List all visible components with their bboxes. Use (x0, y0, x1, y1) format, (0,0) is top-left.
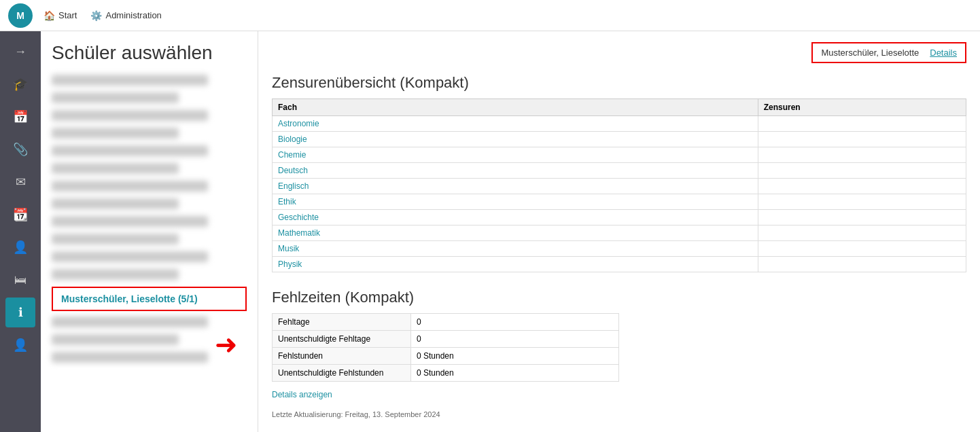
student-list-panel: Schüler auswählen Musterschüler, Lieselo… (41, 31, 258, 432)
sidebar-item-mail[interactable]: ✉ (5, 167, 35, 197)
zensuren-value (758, 257, 966, 272)
sidebar-item-calendar[interactable]: 📅 (5, 102, 35, 132)
fach-link[interactable]: Biologie (278, 134, 307, 144)
gear-icon: ⚙️ (90, 10, 102, 21)
col-header-zensuren: Zensuren (758, 99, 966, 116)
arrow-right-indicator: ➜ (215, 329, 238, 360)
sidebar-item-person[interactable]: 👤 (5, 232, 35, 262)
nav-administration-label: Administration (105, 10, 161, 20)
blurred-item (52, 145, 208, 156)
paperclip-icon: 📎 (13, 142, 28, 157)
fach-link[interactable]: Physik (278, 259, 302, 269)
person2-icon: 👤 (13, 338, 28, 353)
main-layout: → 🎓 📅 📎 ✉ 📆 👤 🛏 ℹ 👤 (0, 31, 980, 432)
blurred-item (52, 334, 179, 345)
person-icon: 👤 (13, 240, 28, 255)
blurred-item (52, 216, 208, 227)
blurred-item (52, 234, 179, 245)
table-row: Astronomie (273, 116, 966, 132)
blurred-item (52, 269, 179, 280)
nav-administration[interactable]: ⚙️ Administration (90, 10, 161, 21)
calendar-icon: 📅 (13, 109, 28, 124)
nav-start-label: Start (58, 10, 77, 20)
blurred-item (52, 251, 208, 262)
fehlzeiten-value: 0 (411, 314, 619, 331)
student-header-badge: Musterschüler, Lieselotte Details (811, 42, 966, 63)
sidebar-item-paperclip[interactable]: 📎 (5, 134, 35, 164)
fehlzeiten-value: 0 Stunden (411, 365, 619, 382)
blurred-item (52, 352, 208, 363)
zensuren-table: Fach Zensuren AstronomieBiologieChemieDe… (272, 98, 966, 272)
nav-start[interactable]: 🏠 Start (43, 10, 77, 21)
fehlzeiten-label: Unentschuldigte Fehlstunden (273, 365, 411, 382)
fach-link[interactable]: Musik (278, 244, 299, 253)
blurred-item (52, 163, 179, 174)
topbar: M 🏠 Start ⚙️ Administration (0, 0, 980, 31)
content-area: Schüler auswählen Musterschüler, Lieselo… (41, 31, 980, 432)
info-icon: ℹ (18, 305, 23, 320)
fehlzeiten-table: Fehltage0Unentschuldigte Fehltage0Fehlst… (272, 313, 619, 382)
fehlzeiten-label: Unentschuldigte Fehltage (273, 331, 411, 348)
fehlzeiten-value: 0 Stunden (411, 348, 619, 365)
sidebar-item-arrow[interactable]: → (5, 37, 35, 67)
sidebar: → 🎓 📅 📎 ✉ 📆 👤 🛏 ℹ 👤 (0, 31, 41, 432)
zensuren-value (758, 179, 966, 194)
table-row: Musik (273, 241, 966, 257)
table-row: Biologie (273, 132, 966, 147)
blurred-item (52, 110, 208, 121)
top-nav: 🏠 Start ⚙️ Administration (43, 10, 162, 21)
table-row: Deutsch (273, 163, 966, 179)
fehlzeiten-details-link[interactable]: Details anzeigen (272, 390, 966, 399)
last-update: Letzte Aktualisierung: Freitag, 13. Sept… (272, 410, 966, 418)
sidebar-item-bed[interactable]: 🛏 (5, 265, 35, 295)
fach-link[interactable]: Chemie (278, 150, 306, 160)
table-row: Fehlstunden0 Stunden (273, 348, 619, 365)
blurred-item (52, 181, 208, 192)
col-header-fach: Fach (273, 99, 758, 116)
selected-student-name: Musterschüler, Lieselotte (5/1) (61, 293, 198, 304)
detail-panel: Musterschüler, Lieselotte Details Zensur… (258, 31, 980, 432)
blurred-item (52, 128, 179, 139)
sidebar-item-info[interactable]: ℹ (5, 298, 35, 327)
blurred-item (52, 198, 179, 209)
fehlzeiten-label: Fehltage (273, 314, 411, 331)
zensuren-value (758, 226, 966, 241)
table-row: Unentschuldigte Fehlstunden0 Stunden (273, 365, 619, 382)
table-row: Chemie (273, 147, 966, 163)
fehlzeiten-value: 0 (411, 331, 619, 348)
bed-icon: 🛏 (14, 273, 27, 287)
sidebar-item-graduation[interactable]: 🎓 (5, 69, 35, 99)
zensuren-value (758, 163, 966, 179)
fach-link[interactable]: Englisch (278, 181, 309, 191)
page-title: Schüler auswählen (52, 42, 247, 64)
mail-icon: ✉ (16, 175, 26, 190)
table-row: Geschichte (273, 210, 966, 226)
logo-text: M (16, 10, 24, 21)
table-row: Englisch (273, 179, 966, 194)
badge-student-name: Musterschüler, Lieselotte (821, 48, 919, 58)
table-row: Physik (273, 257, 966, 272)
table-row: Unentschuldigte Fehltage0 (273, 331, 619, 348)
fach-link[interactable]: Ethik (278, 197, 296, 206)
logo[interactable]: M (8, 3, 33, 28)
blurred-item (52, 75, 208, 86)
sidebar-item-person2[interactable]: 👤 (5, 330, 35, 360)
fehlzeiten-label: Fehlstunden (273, 348, 411, 365)
selected-student-item[interactable]: Musterschüler, Lieselotte (5/1) (52, 287, 247, 311)
zensuren-value (758, 116, 966, 132)
fach-link[interactable]: Mathematik (278, 228, 320, 238)
arrow-right-icon: → (14, 45, 27, 59)
zensuren-value (758, 132, 966, 147)
fach-link[interactable]: Geschichte (278, 213, 319, 222)
fach-link[interactable]: Astronomie (278, 119, 319, 128)
blurred-item (52, 92, 179, 103)
fach-link[interactable]: Deutsch (278, 166, 308, 175)
zensuren-value (758, 210, 966, 226)
table-row: Mathematik (273, 226, 966, 241)
home-icon: 🏠 (43, 10, 55, 21)
calendar2-icon: 📆 (13, 207, 28, 222)
table-row: Fehltage0 (273, 314, 619, 331)
zensuren-value (758, 194, 966, 210)
sidebar-item-calendar2[interactable]: 📆 (5, 200, 35, 230)
badge-details-link[interactable]: Details (930, 48, 957, 58)
